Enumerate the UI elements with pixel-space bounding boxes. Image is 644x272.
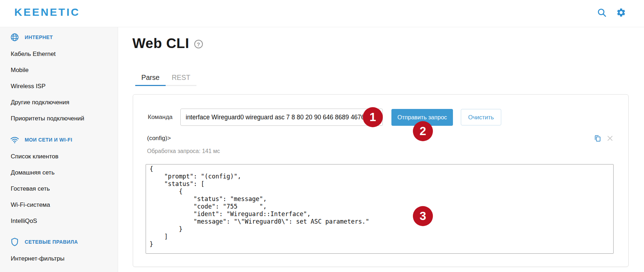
sidebar-section-network-rules[interactable]: СЕТЕВЫЕ ПРАВИЛА [0, 233, 118, 250]
search-icon[interactable] [597, 8, 607, 18]
sidebar-item-home-network[interactable]: Домашняя сеть [0, 164, 118, 181]
page-title-row: Web CLI ? [132, 35, 203, 51]
processing-time: Обработка запроса: 141 мс [147, 148, 220, 154]
wifi-icon [10, 135, 19, 144]
sidebar-section-label: СЕТЕВЫЕ ПРАВИЛА [25, 239, 78, 245]
gear-icon[interactable] [616, 8, 626, 18]
globe-icon [10, 33, 19, 42]
sidebar-item-mobile[interactable]: Mobile [0, 62, 118, 78]
tab-parse[interactable]: Parse [135, 71, 166, 86]
shield-icon [10, 237, 19, 247]
close-icon[interactable] [606, 134, 614, 142]
sidebar-item-wireless-isp[interactable]: Wireless ISP [0, 78, 118, 94]
sidebar-item-other-connections[interactable]: Другие подключения [0, 94, 118, 110]
keenetic-logo[interactable]: KEENETIC [14, 6, 80, 18]
sidebar-item-connection-priorities[interactable]: Приоритеты подключений [0, 110, 118, 127]
page-title: Web CLI [132, 35, 189, 51]
sidebar-item-guest-network[interactable]: Гостевая сеть [0, 181, 118, 197]
tab-rest[interactable]: REST [166, 71, 196, 86]
keenetic-admin-app: KEENETIC ИНТЕРНЕТ Кабель Ethernet Mobile… [0, 0, 644, 272]
sidebar-section-label: МОИ СЕТИ И WI-FI [25, 137, 72, 143]
sidebar-item-wifi-system[interactable]: Wi-Fi-система [0, 197, 118, 213]
command-input[interactable] [180, 109, 383, 126]
sidebar-item-internet-filters[interactable]: Интернет-фильтры [0, 250, 118, 267]
command-label: Команда [148, 109, 172, 126]
header: KEENETIC [0, 0, 644, 27]
cli-prompt: (config)> [147, 135, 171, 142]
help-icon[interactable]: ? [194, 40, 203, 48]
annotation-badge-2: 2 [413, 121, 433, 141]
sidebar-item-client-list[interactable]: Список клиентов [0, 148, 118, 164]
tab-bar: Parse REST [135, 71, 196, 86]
annotation-badge-3: 3 [413, 206, 433, 226]
sidebar-section-internet[interactable]: ИНТЕРНЕТ [0, 29, 118, 46]
annotation-badge-1: 1 [363, 107, 383, 127]
output-actions [594, 134, 614, 142]
sidebar-section-my-networks[interactable]: МОИ СЕТИ И WI-FI [0, 131, 118, 148]
clear-button[interactable]: Очистить [461, 109, 501, 125]
copy-icon[interactable] [594, 134, 601, 142]
header-icons [597, 8, 626, 18]
response-json-output: { "prompt": "(config)", "status": [ { "s… [146, 164, 614, 254]
sidebar: ИНТЕРНЕТ Кабель Ethernet Mobile Wireless… [0, 27, 118, 272]
sidebar-item-ethernet[interactable]: Кабель Ethernet [0, 46, 118, 62]
sidebar-item-intelliqos[interactable]: IntelliQoS [0, 213, 118, 229]
sidebar-section-label: ИНТЕРНЕТ [25, 34, 53, 40]
